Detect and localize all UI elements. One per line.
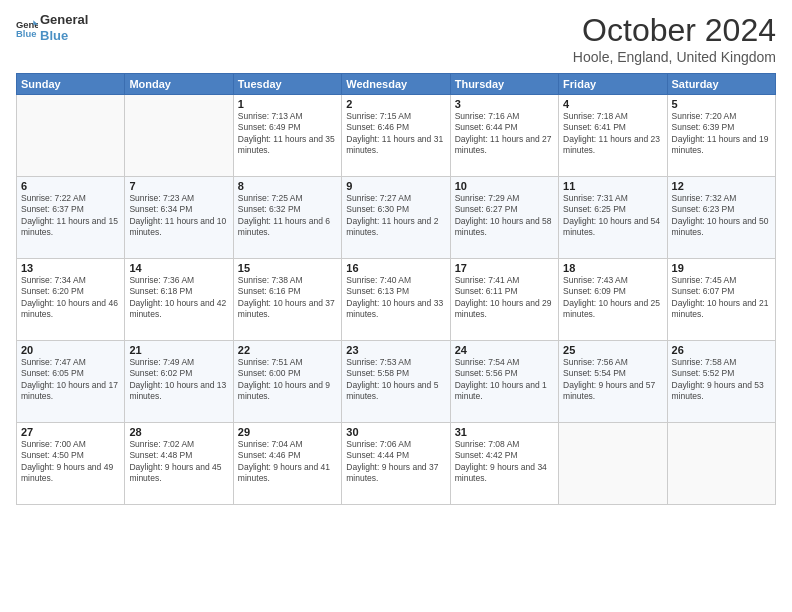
calendar-cell-w5-d6 — [559, 423, 667, 505]
calendar-week-1: 1Sunrise: 7:13 AMSunset: 6:49 PMDaylight… — [17, 95, 776, 177]
calendar-table: Sunday Monday Tuesday Wednesday Thursday… — [16, 73, 776, 505]
day-number: 23 — [346, 344, 445, 356]
day-number: 12 — [672, 180, 771, 192]
day-number: 17 — [455, 262, 554, 274]
calendar-cell-w5-d5: 31Sunrise: 7:08 AMSunset: 4:42 PMDayligh… — [450, 423, 558, 505]
cell-info: Sunrise: 7:58 AMSunset: 5:52 PMDaylight:… — [672, 357, 771, 403]
calendar-cell-w4-d4: 23Sunrise: 7:53 AMSunset: 5:58 PMDayligh… — [342, 341, 450, 423]
day-number: 3 — [455, 98, 554, 110]
cell-info: Sunrise: 7:51 AMSunset: 6:00 PMDaylight:… — [238, 357, 337, 403]
calendar-cell-w1-d7: 5Sunrise: 7:20 AMSunset: 6:39 PMDaylight… — [667, 95, 775, 177]
cell-info: Sunrise: 7:41 AMSunset: 6:11 PMDaylight:… — [455, 275, 554, 321]
calendar-cell-w2-d7: 12Sunrise: 7:32 AMSunset: 6:23 PMDayligh… — [667, 177, 775, 259]
calendar-cell-w2-d3: 8Sunrise: 7:25 AMSunset: 6:32 PMDaylight… — [233, 177, 341, 259]
calendar-cell-w5-d7 — [667, 423, 775, 505]
day-number: 18 — [563, 262, 662, 274]
cell-info: Sunrise: 7:43 AMSunset: 6:09 PMDaylight:… — [563, 275, 662, 321]
cell-info: Sunrise: 7:23 AMSunset: 6:34 PMDaylight:… — [129, 193, 228, 239]
calendar-cell-w1-d5: 3Sunrise: 7:16 AMSunset: 6:44 PMDaylight… — [450, 95, 558, 177]
calendar-cell-w4-d3: 22Sunrise: 7:51 AMSunset: 6:00 PMDayligh… — [233, 341, 341, 423]
calendar-cell-w2-d2: 7Sunrise: 7:23 AMSunset: 6:34 PMDaylight… — [125, 177, 233, 259]
month-title: October 2024 — [573, 12, 776, 49]
th-saturday: Saturday — [667, 74, 775, 95]
calendar-cell-w5-d4: 30Sunrise: 7:06 AMSunset: 4:44 PMDayligh… — [342, 423, 450, 505]
day-number: 10 — [455, 180, 554, 192]
cell-info: Sunrise: 7:54 AMSunset: 5:56 PMDaylight:… — [455, 357, 554, 403]
calendar-cell-w2-d5: 10Sunrise: 7:29 AMSunset: 6:27 PMDayligh… — [450, 177, 558, 259]
day-number: 25 — [563, 344, 662, 356]
day-number: 11 — [563, 180, 662, 192]
cell-info: Sunrise: 7:47 AMSunset: 6:05 PMDaylight:… — [21, 357, 120, 403]
day-number: 13 — [21, 262, 120, 274]
day-number: 21 — [129, 344, 228, 356]
th-tuesday: Tuesday — [233, 74, 341, 95]
cell-info: Sunrise: 7:27 AMSunset: 6:30 PMDaylight:… — [346, 193, 445, 239]
cell-info: Sunrise: 7:13 AMSunset: 6:49 PMDaylight:… — [238, 111, 337, 157]
calendar-cell-w4-d6: 25Sunrise: 7:56 AMSunset: 5:54 PMDayligh… — [559, 341, 667, 423]
calendar-cell-w4-d1: 20Sunrise: 7:47 AMSunset: 6:05 PMDayligh… — [17, 341, 125, 423]
cell-info: Sunrise: 7:02 AMSunset: 4:48 PMDaylight:… — [129, 439, 228, 485]
calendar-week-5: 27Sunrise: 7:00 AMSunset: 4:50 PMDayligh… — [17, 423, 776, 505]
calendar-cell-w3-d4: 16Sunrise: 7:40 AMSunset: 6:13 PMDayligh… — [342, 259, 450, 341]
calendar-cell-w1-d2 — [125, 95, 233, 177]
cell-info: Sunrise: 7:04 AMSunset: 4:46 PMDaylight:… — [238, 439, 337, 485]
day-number: 6 — [21, 180, 120, 192]
logo: General Blue General Blue — [16, 12, 88, 43]
day-number: 4 — [563, 98, 662, 110]
calendar-cell-w1-d6: 4Sunrise: 7:18 AMSunset: 6:41 PMDaylight… — [559, 95, 667, 177]
cell-info: Sunrise: 7:38 AMSunset: 6:16 PMDaylight:… — [238, 275, 337, 321]
cell-info: Sunrise: 7:40 AMSunset: 6:13 PMDaylight:… — [346, 275, 445, 321]
day-number: 14 — [129, 262, 228, 274]
cell-info: Sunrise: 7:22 AMSunset: 6:37 PMDaylight:… — [21, 193, 120, 239]
cell-info: Sunrise: 7:18 AMSunset: 6:41 PMDaylight:… — [563, 111, 662, 157]
cell-info: Sunrise: 7:29 AMSunset: 6:27 PMDaylight:… — [455, 193, 554, 239]
calendar-cell-w4-d5: 24Sunrise: 7:54 AMSunset: 5:56 PMDayligh… — [450, 341, 558, 423]
day-number: 20 — [21, 344, 120, 356]
cell-info: Sunrise: 7:25 AMSunset: 6:32 PMDaylight:… — [238, 193, 337, 239]
cell-info: Sunrise: 7:20 AMSunset: 6:39 PMDaylight:… — [672, 111, 771, 157]
day-number: 2 — [346, 98, 445, 110]
calendar-cell-w2-d6: 11Sunrise: 7:31 AMSunset: 6:25 PMDayligh… — [559, 177, 667, 259]
calendar-week-3: 13Sunrise: 7:34 AMSunset: 6:20 PMDayligh… — [17, 259, 776, 341]
location: Hoole, England, United Kingdom — [573, 49, 776, 65]
day-number: 1 — [238, 98, 337, 110]
day-number: 31 — [455, 426, 554, 438]
calendar-cell-w1-d3: 1Sunrise: 7:13 AMSunset: 6:49 PMDaylight… — [233, 95, 341, 177]
day-number: 5 — [672, 98, 771, 110]
calendar-cell-w3-d3: 15Sunrise: 7:38 AMSunset: 6:16 PMDayligh… — [233, 259, 341, 341]
calendar-cell-w4-d2: 21Sunrise: 7:49 AMSunset: 6:02 PMDayligh… — [125, 341, 233, 423]
day-number: 9 — [346, 180, 445, 192]
cell-info: Sunrise: 7:36 AMSunset: 6:18 PMDaylight:… — [129, 275, 228, 321]
calendar-cell-w4-d7: 26Sunrise: 7:58 AMSunset: 5:52 PMDayligh… — [667, 341, 775, 423]
cell-info: Sunrise: 7:49 AMSunset: 6:02 PMDaylight:… — [129, 357, 228, 403]
th-wednesday: Wednesday — [342, 74, 450, 95]
day-number: 30 — [346, 426, 445, 438]
page-header: General Blue General Blue October 2024 H… — [16, 12, 776, 65]
calendar-cell-w3-d1: 13Sunrise: 7:34 AMSunset: 6:20 PMDayligh… — [17, 259, 125, 341]
day-number: 24 — [455, 344, 554, 356]
logo-icon: General Blue — [16, 17, 38, 39]
calendar-cell-w5-d1: 27Sunrise: 7:00 AMSunset: 4:50 PMDayligh… — [17, 423, 125, 505]
cell-info: Sunrise: 7:08 AMSunset: 4:42 PMDaylight:… — [455, 439, 554, 485]
calendar-week-4: 20Sunrise: 7:47 AMSunset: 6:05 PMDayligh… — [17, 341, 776, 423]
calendar-cell-w5-d2: 28Sunrise: 7:02 AMSunset: 4:48 PMDayligh… — [125, 423, 233, 505]
day-number: 16 — [346, 262, 445, 274]
svg-text:Blue: Blue — [16, 28, 36, 39]
day-number: 8 — [238, 180, 337, 192]
cell-info: Sunrise: 7:53 AMSunset: 5:58 PMDaylight:… — [346, 357, 445, 403]
day-number: 29 — [238, 426, 337, 438]
logo-line1: General — [40, 12, 88, 28]
calendar-cell-w3-d5: 17Sunrise: 7:41 AMSunset: 6:11 PMDayligh… — [450, 259, 558, 341]
logo-line2: Blue — [40, 28, 88, 44]
day-number: 26 — [672, 344, 771, 356]
cell-info: Sunrise: 7:32 AMSunset: 6:23 PMDaylight:… — [672, 193, 771, 239]
header-row: Sunday Monday Tuesday Wednesday Thursday… — [17, 74, 776, 95]
th-sunday: Sunday — [17, 74, 125, 95]
title-block: October 2024 Hoole, England, United King… — [573, 12, 776, 65]
day-number: 27 — [21, 426, 120, 438]
th-thursday: Thursday — [450, 74, 558, 95]
cell-info: Sunrise: 7:06 AMSunset: 4:44 PMDaylight:… — [346, 439, 445, 485]
calendar-cell-w3-d6: 18Sunrise: 7:43 AMSunset: 6:09 PMDayligh… — [559, 259, 667, 341]
cell-info: Sunrise: 7:34 AMSunset: 6:20 PMDaylight:… — [21, 275, 120, 321]
calendar-week-2: 6Sunrise: 7:22 AMSunset: 6:37 PMDaylight… — [17, 177, 776, 259]
